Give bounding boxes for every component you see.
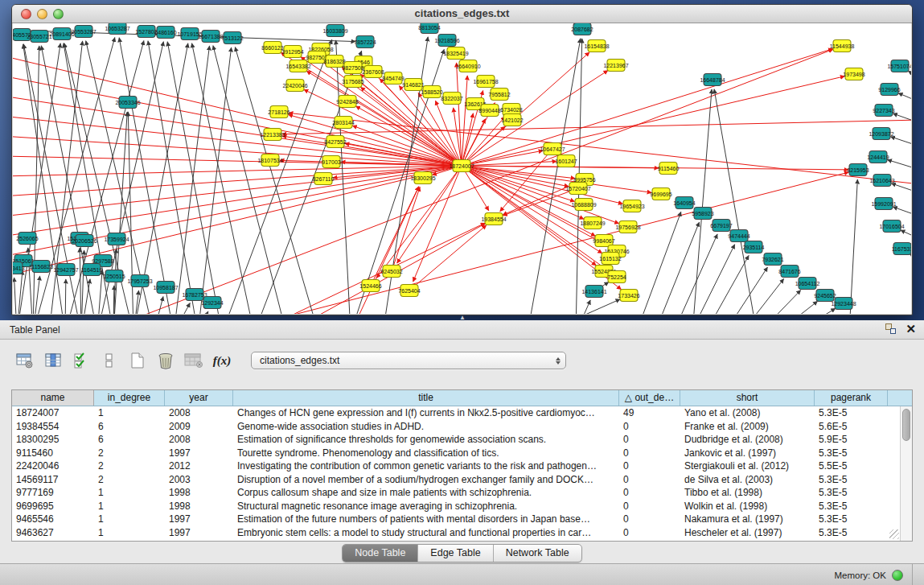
table-row[interactable]: 969969511998Structural magnetic resonanc… [12,500,912,513]
graph-node[interactable]: 9245032 [380,266,402,278]
column-header-in_degree[interactable]: in_degree [94,390,165,406]
graph-edge[interactable] [174,46,210,314]
graph-edge[interactable] [576,300,590,314]
panel-splitter-handle[interactable]: ▲ [455,315,470,320]
graph-node[interactable]: 8471676 [778,266,800,278]
graph-edge[interactable] [544,299,620,314]
table-row[interactable]: 1830029562008Estimation of significance … [12,433,912,447]
graph-edge[interactable] [198,47,232,314]
window-titlebar[interactable]: citations_edges.txt [12,5,912,23]
graph-edge[interactable] [13,166,462,176]
tab-network-table[interactable]: Network Table [494,545,581,562]
graph-node[interactable]: 9474444 [728,230,749,242]
graph-node[interactable]: 15992091 [871,198,896,210]
graph-edge[interactable] [133,43,188,314]
graph-node[interactable]: 16154838 [584,40,609,52]
table-row[interactable]: 1938455462009Genome-wide association stu… [12,420,912,434]
graph-node[interactable]: 18300295 [410,172,435,184]
graph-edge[interactable] [33,46,39,314]
graph-edge[interactable] [254,223,485,314]
graph-edge[interactable] [636,212,681,314]
graph-node[interactable]: 19218596 [434,35,459,47]
graph-node[interactable]: 1250515 [103,270,125,282]
graph-node[interactable]: 1524466 [359,280,381,292]
table-row[interactable]: 946554611997Estimation of the future num… [12,513,912,526]
graph-node[interactable]: 8267110 [313,173,335,185]
graph-edge[interactable] [13,166,462,196]
clear-selection-icon[interactable] [99,351,120,370]
graph-node[interactable]: 14136141 [581,286,606,298]
graph-node[interactable]: 16543382 [285,60,310,72]
graph-edge[interactable] [777,301,818,314]
graph-edge[interactable] [705,255,749,314]
graph-edge[interactable] [97,49,833,314]
resize-grip-icon[interactable] [889,529,899,539]
graph-edge[interactable] [409,225,487,290]
graph-node[interactable]: 7513122 [221,32,243,44]
graph-node[interactable]: 1164519 [81,264,103,276]
graph-node[interactable]: 7955812 [488,89,510,101]
graph-edge[interactable] [655,222,700,314]
graph-node[interactable]: 19384554 [481,213,506,225]
graph-node[interactable]: 6486160 [154,27,176,39]
graph-node[interactable]: 2803144 [332,117,354,129]
graph-node[interactable]: 7932621 [762,253,783,266]
graph-edge[interactable] [119,38,174,314]
graph-edge[interactable] [893,113,911,123]
graph-node[interactable]: 16033809 [322,25,347,37]
column-header-name[interactable]: name [12,390,94,406]
graph-node[interactable]: 17957253 [127,275,152,287]
graph-edge[interactable] [167,42,222,314]
table-row[interactable]: 1456911722003Disruption of a novel membe… [12,473,912,487]
graph-edge[interactable] [462,119,486,166]
graph-node[interactable]: 752254 [607,271,626,283]
graph-edge[interactable] [13,156,462,166]
table-settings-icon[interactable] [14,351,35,370]
graph-node[interactable]: 10654112 [795,278,820,290]
column-header-title[interactable]: title [233,390,619,406]
graph-node[interactable]: 16210643 [869,175,894,187]
graph-node[interactable]: 10653287 [105,23,129,35]
graph-node[interactable]: 1167531 [892,243,911,255]
graph-node[interactable]: 17359924 [104,233,129,245]
table-row[interactable]: 977716911998Corpus callosum shape and si… [12,486,912,500]
graph-node[interactable]: 9227343 [873,105,894,117]
graph-edge[interactable] [65,279,66,314]
graph-edge[interactable] [13,96,462,166]
graph-node[interactable]: 18325419 [443,47,468,60]
graph-node[interactable]: 1973498 [843,68,864,80]
graph-node[interactable]: 10958187 [153,282,178,294]
graph-node[interactable]: 19756928 [615,221,640,233]
graph-edge[interactable] [14,278,17,314]
graph-node[interactable]: 9129966 [878,84,900,96]
graph-node[interactable]: 18807249 [580,217,605,229]
table-vertical-scrollbar[interactable] [900,406,912,541]
graph-edge[interactable] [891,183,911,193]
graph-node[interactable]: 19654923 [619,200,644,212]
tab-edge-table[interactable]: Edge Table [418,545,493,562]
graph-node[interactable]: 7857224 [354,36,376,48]
graph-node[interactable]: 23055721 [27,31,51,43]
graph-node[interactable]: 12093872 [869,128,893,140]
column-header-out_degree[interactable]: △ out_de… [619,390,680,406]
new-document-icon[interactable] [127,351,148,370]
graph-node[interactable]: 9242848 [336,96,358,108]
graph-edge[interactable] [893,207,911,216]
graph-node[interactable]: 16648784 [700,74,725,86]
graph-edge[interactable] [908,71,911,78]
graph-node[interactable]: 10688809 [571,199,596,211]
graph-edge[interactable] [392,187,420,271]
graph-node[interactable]: 2367608 [362,66,384,78]
graph-edge[interactable] [97,270,102,314]
graph-node[interactable]: 1588520 [421,86,442,98]
graph-node[interactable]: 9699695 [650,188,671,200]
graph-node[interactable]: 1244419 [867,151,889,163]
close-panel-icon[interactable]: ✕ [906,323,916,336]
graph-node[interactable]: 17016504 [879,220,904,233]
graph-node[interactable]: 8322037 [441,93,462,105]
float-panel-icon[interactable] [885,323,897,336]
graph-node[interactable]: 5958923 [692,208,713,220]
memory-ok-indicator-icon[interactable] [892,570,903,581]
graph-node[interactable]: 8215953 [847,164,869,176]
graph-node[interactable]: 12213383 [260,129,285,141]
